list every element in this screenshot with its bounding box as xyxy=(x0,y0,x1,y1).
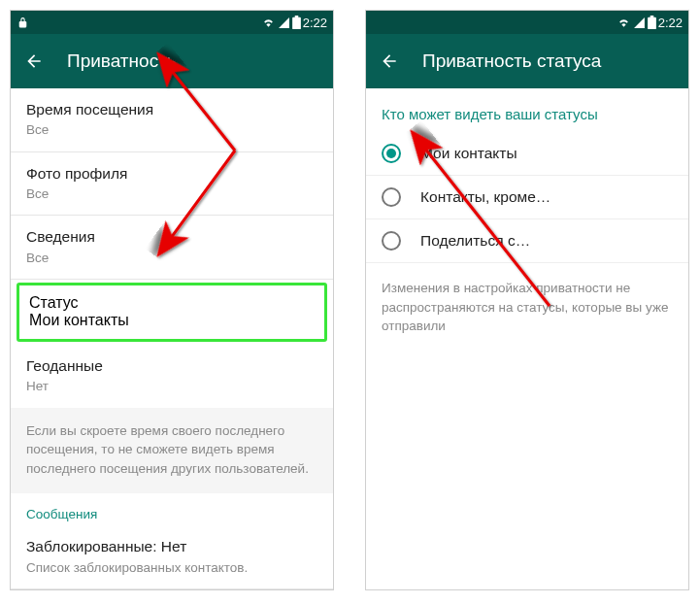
option-label: Мои контакты xyxy=(420,145,517,162)
appbar-title: Приватность статуса xyxy=(422,50,601,72)
status-note: Изменения в настройках приватности не ра… xyxy=(366,263,688,352)
statusbar-time: 2:22 xyxy=(303,16,327,30)
option-share-with[interactable]: Поделиться с… xyxy=(366,219,688,263)
row-about[interactable]: Сведения Все xyxy=(11,216,333,280)
back-arrow-icon xyxy=(24,51,44,71)
row-value: Все xyxy=(26,185,317,203)
option-label: Контакты, кроме… xyxy=(420,188,550,206)
row-value: Все xyxy=(26,250,317,267)
row-status-highlighted[interactable]: Статус Мои контакты xyxy=(17,283,327,342)
info-last-seen-note: Если вы скроете время своего последнего … xyxy=(11,408,333,494)
back-arrow-icon xyxy=(380,51,399,71)
option-label: Поделиться с… xyxy=(420,232,530,250)
row-label: Время посещения xyxy=(26,100,317,119)
back-button[interactable] xyxy=(24,51,44,71)
battery-icon xyxy=(648,16,656,29)
signal-icon xyxy=(278,17,290,29)
row-value: Все xyxy=(26,121,317,139)
row-label: Статус xyxy=(29,294,315,312)
statusbar: 2:22 xyxy=(366,11,688,34)
statusbar: 2:22 xyxy=(11,11,333,34)
phone-right-status-privacy: 2:22 Приватность статуса Кто может видет… xyxy=(365,10,689,590)
row-live-location[interactable]: Геоданные Нет xyxy=(11,345,333,408)
row-label: Фото профиля xyxy=(26,164,317,184)
appbar: Приватность xyxy=(11,34,333,88)
radio-icon xyxy=(382,187,401,207)
row-profile-photo[interactable]: Фото профиля Все xyxy=(11,152,333,217)
wifi-icon xyxy=(261,17,276,29)
row-value: Список заблокированных контактов. xyxy=(26,559,317,577)
option-my-contacts[interactable]: Мои контакты xyxy=(366,132,688,176)
back-button[interactable] xyxy=(380,51,399,71)
statusbar-time: 2:22 xyxy=(658,16,683,30)
privacy-content: Время посещения Все Фото профиля Все Све… xyxy=(11,88,333,589)
lock-icon xyxy=(17,17,29,29)
battery-icon xyxy=(292,16,301,29)
row-label: Сведения xyxy=(26,227,317,247)
radio-icon xyxy=(382,144,401,163)
radio-icon xyxy=(382,231,401,251)
wifi-icon xyxy=(617,17,631,29)
status-privacy-heading: Кто может видеть ваши статусы xyxy=(366,88,688,132)
row-last-seen[interactable]: Время посещения Все xyxy=(11,88,333,152)
section-messages: Сообщения xyxy=(11,493,333,525)
option-contacts-except[interactable]: Контакты, кроме… xyxy=(366,176,688,219)
row-value: Мои контакты xyxy=(29,312,315,329)
row-label: Геоданные xyxy=(26,356,317,376)
appbar: Приватность статуса xyxy=(366,34,688,88)
status-privacy-content: Кто может видеть ваши статусы Мои контак… xyxy=(366,88,688,589)
signal-icon xyxy=(633,17,646,29)
appbar-title: Приватность xyxy=(67,50,177,72)
row-label: Заблокированные: Нет xyxy=(26,537,317,556)
row-value: Нет xyxy=(26,378,317,395)
row-blocked[interactable]: Заблокированные: Нет Список заблокирован… xyxy=(11,525,333,589)
phone-left-privacy: 2:22 Приватность Время посещения Все Фот… xyxy=(10,10,334,590)
